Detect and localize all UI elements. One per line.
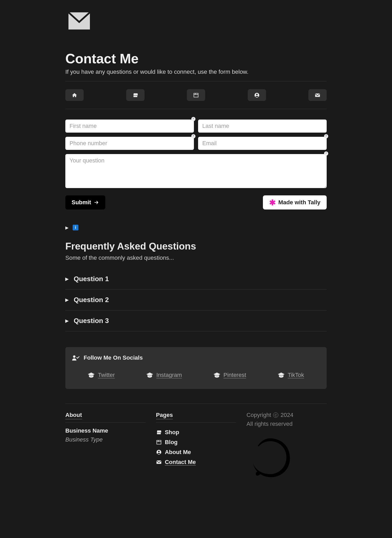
svg-rect-5 — [157, 440, 161, 444]
footer-pages-column: Pages Shop Blog About Me Contact Me — [156, 412, 236, 482]
copyright-line: Copyright C 2024 — [246, 412, 327, 418]
user-circle-icon — [156, 449, 162, 455]
faq-item[interactable]: ▶Question 2 — [65, 290, 327, 310]
user-circle-icon — [254, 92, 260, 98]
footer-link-contact[interactable]: Contact Me — [156, 457, 236, 467]
divider — [156, 422, 236, 423]
socials-heading: Follow Me On Socials — [72, 354, 320, 361]
caret-right-icon: ▶ — [65, 225, 68, 230]
social-link-pinterest[interactable]: Pinterest — [214, 372, 246, 378]
window-icon — [156, 439, 162, 445]
info-disclosure-toggle[interactable]: ▶ i — [65, 225, 327, 230]
footer-copyright-column: Copyright C 2024 All rights reserved — [246, 412, 327, 482]
graduation-cap-icon — [88, 372, 95, 378]
required-indicator-icon: * — [191, 117, 195, 121]
footer: About Business Name Business Type Pages … — [65, 404, 327, 498]
svg-point-2 — [256, 94, 258, 95]
faq-item[interactable]: ▶Question 3 — [65, 310, 327, 331]
page-subtitle: If you have any questions or would like … — [65, 69, 327, 75]
required-indicator-icon: * — [324, 134, 328, 138]
envelope-icon — [156, 459, 162, 465]
faq-title: Frequently Asked Questions — [65, 241, 327, 252]
social-link-instagram[interactable]: Instagram — [146, 372, 182, 378]
footer-pages-heading: Pages — [156, 412, 173, 419]
required-indicator-icon: * — [191, 134, 195, 138]
footer-link-about[interactable]: About Me — [156, 447, 236, 457]
svg-point-4 — [73, 355, 76, 358]
business-type: Business Type — [65, 436, 146, 443]
business-name: Business Name — [65, 427, 146, 434]
rights-line: All rights reserved — [246, 421, 327, 427]
window-icon — [193, 92, 199, 98]
faq-item[interactable]: ▶Question 1 — [65, 269, 327, 290]
last-name-input[interactable] — [198, 120, 327, 133]
person-check-icon — [72, 355, 79, 361]
footer-link-blog[interactable]: Blog — [156, 437, 236, 447]
faq-question-label: Question 3 — [74, 317, 109, 325]
svg-rect-3 — [315, 93, 320, 97]
submit-label: Submit — [72, 199, 91, 206]
tally-star-icon: ✱ — [269, 201, 276, 205]
divider — [65, 422, 146, 423]
store-icon — [132, 92, 138, 98]
phone-input[interactable] — [65, 137, 194, 150]
email-input[interactable] — [198, 137, 327, 150]
faq-question-label: Question 1 — [74, 275, 109, 283]
envelope-hero-icon — [68, 12, 90, 30]
footer-about-column: About Business Name Business Type — [65, 412, 146, 482]
arrow-right-icon — [94, 200, 99, 205]
nav-shop-button[interactable] — [126, 89, 145, 101]
caret-right-icon: ▶ — [65, 318, 68, 323]
copyright-symbol-icon: C — [273, 412, 278, 418]
first-name-input[interactable] — [65, 120, 194, 133]
nav-contact-button[interactable] — [308, 89, 327, 101]
graduation-cap-icon — [214, 372, 220, 378]
graduation-cap-icon — [278, 372, 285, 378]
footer-link-shop[interactable]: Shop — [156, 427, 236, 437]
faq-subtitle: Some of the commonly asked questions... — [65, 254, 327, 261]
svg-point-7 — [158, 451, 160, 452]
required-indicator-icon: * — [324, 151, 328, 156]
social-link-tiktok[interactable]: TikTok — [278, 372, 304, 378]
faq-question-label: Question 2 — [74, 296, 109, 304]
nav-row — [65, 81, 327, 109]
nav-home-button[interactable] — [65, 89, 84, 101]
caret-right-icon: ▶ — [65, 297, 68, 302]
graduation-cap-icon — [146, 372, 153, 378]
social-link-twitter[interactable]: Twitter — [88, 372, 115, 378]
socials-card: Follow Me On Socials Twitter Instagram P… — [65, 347, 327, 389]
nav-blog-button[interactable] — [187, 89, 205, 101]
info-icon: i — [73, 225, 78, 230]
submit-button[interactable]: Submit — [65, 195, 105, 209]
svg-rect-8 — [156, 461, 161, 464]
envelope-icon — [315, 92, 320, 98]
home-icon — [72, 92, 77, 98]
tally-label: Made with Tally — [278, 199, 320, 206]
footer-about-heading: About — [65, 412, 82, 419]
question-input[interactable] — [65, 154, 327, 188]
page-title: Contact Me — [65, 51, 327, 66]
made-with-tally-button[interactable]: ✱ Made with Tally — [263, 195, 327, 209]
caret-right-icon: ▶ — [65, 276, 68, 281]
enso-logo-icon — [246, 434, 327, 482]
contact-form: * * * * Submit — [65, 109, 327, 209]
store-icon — [156, 429, 162, 435]
nav-about-button[interactable] — [248, 89, 266, 101]
